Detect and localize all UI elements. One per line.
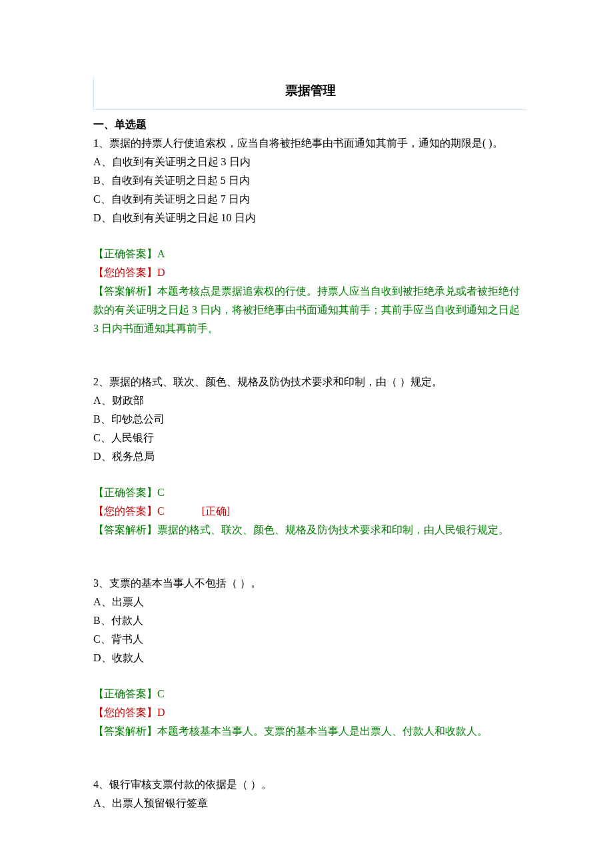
analysis-label: 【答案解析】 [93,725,157,737]
option-d: D、收款人 [93,649,526,667]
question-2: 2、票据的格式、联次、颜色、规格及防伪技术要求和印制，由（ ）规定。 A、财政部… [93,373,526,466]
question-stem: 1、票据的持票人行使追索权，应当自将被拒绝事由书面通知其前手，通知的期限是( )… [93,134,526,153]
your-answer-value: C [157,505,165,517]
correct-answer-label: 【正确答案】 [93,487,157,498]
option-c: C、自收到有关证明之日起 7 日内 [93,190,526,209]
answer-2: 【正确答案】C 【您的答案】C[正确] 【答案解析】票据的格式、联次、颜色、规格… [93,483,526,539]
option-d: D、税务总局 [93,447,526,466]
option-b: B、印钞总公司 [93,410,526,429]
correct-answer-line: 【正确答案】C [93,483,526,502]
correct-answer-value: C [157,688,165,699]
your-answer-label: 【您的答案】 [93,267,157,278]
your-answer-label: 【您的答案】 [93,505,157,517]
question-4: 4、银行审核支票付款的依据是（ ）。 A、出票人预留银行签章 [93,775,526,813]
option-b: B、自收到有关证明之日起 5 日内 [93,171,526,190]
question-stem: 4、银行审核支票付款的依据是（ ）。 [93,775,526,794]
correct-answer-label: 【正确答案】 [93,248,157,259]
option-a: A、自收到有关证明之日起 3 日内 [93,153,526,171]
option-d: D、自收到有关证明之日起 10 日内 [93,209,526,227]
analysis-text: 本题考核基本当事人。支票的基本当事人是出票人、付款人和收款人。 [157,725,488,737]
correct-answer-value: C [157,487,165,498]
answer-1: 【正确答案】A 【您的答案】D 【答案解析】本题考核点是票据追索权的行使。持票人… [93,245,526,338]
correct-answer-label: 【正确答案】 [93,688,157,699]
question-3: 3、支票的基本当事人不包括（ ）。 A、出票人 B、付款人 C、背书人 D、收款… [93,574,526,667]
your-answer-line: 【您的答案】D [93,703,526,722]
question-stem: 3、支票的基本当事人不包括（ ）。 [93,574,526,593]
your-answer-line: 【您的答案】D [93,263,526,282]
analysis-line: 【答案解析】票据的格式、联次、颜色、规格及防伪技术要求和印制，由人民银行规定。 [93,521,526,539]
correct-answer-line: 【正确答案】A [93,245,526,263]
analysis-text: 本题考核点是票据追索权的行使。持票人应当自收到被拒绝承兑或者被拒绝付款的有关证明… [93,285,520,334]
analysis-label: 【答案解析】 [93,285,157,297]
question-1: 1、票据的持票人行使追索权，应当自将被拒绝事由书面通知其前手，通知的期限是( )… [93,134,526,227]
document-title: 票据管理 [94,79,526,101]
option-a: A、出票人 [93,593,526,611]
correct-answer-value: A [157,248,165,259]
analysis-text: 票据的格式、联次、颜色、规格及防伪技术要求和印制，由人民银行规定。 [157,524,509,535]
answer-3: 【正确答案】C 【您的答案】D 【答案解析】本题考核基本当事人。支票的基本当事人… [93,685,526,741]
your-answer-value: D [157,267,165,278]
option-c: C、背书人 [93,630,526,649]
question-stem: 2、票据的格式、联次、颜色、规格及防伪技术要求和印制，由（ ）规定。 [93,373,526,391]
analysis-line: 【答案解析】本题考核基本当事人。支票的基本当事人是出票人、付款人和收款人。 [93,722,526,741]
option-a: A、财政部 [93,391,526,410]
option-a: A、出票人预留银行签章 [93,794,526,813]
analysis-line: 【答案解析】本题考核点是票据追索权的行使。持票人应当自收到被拒绝承兑或者被拒绝付… [93,282,526,338]
title-frame: 票据管理 [93,77,526,110]
analysis-label: 【答案解析】 [93,524,157,535]
section-heading: 一、单选题 [93,115,526,134]
option-b: B、付款人 [93,611,526,630]
your-answer-value: D [157,707,165,718]
option-c: C、人民银行 [93,429,526,447]
your-answer-line: 【您的答案】C[正确] [93,502,526,521]
your-answer-label: 【您的答案】 [93,707,157,718]
correct-tag: [正确] [202,505,231,517]
correct-answer-line: 【正确答案】C [93,685,526,703]
